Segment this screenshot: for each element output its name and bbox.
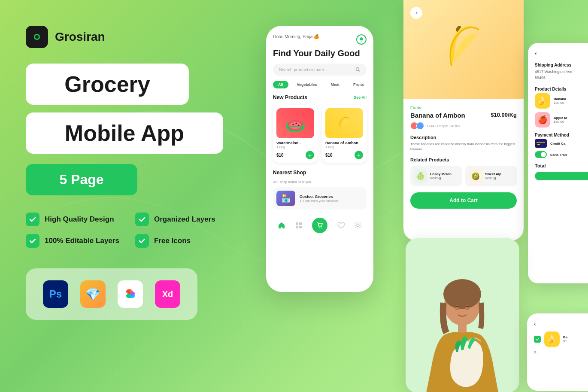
svg-point-16 [319,228,320,228]
category-tabs: All Vegetables Meat Fruits [273,81,367,88]
svg-point-2 [35,35,39,39]
honey-melon-icon: 🍈 [414,169,427,183]
check-icon-3 [26,234,39,248]
home-nav-icon[interactable] [278,222,285,229]
banana-add-button[interactable]: + [355,151,363,159]
watermelon-price: $10 [276,153,284,158]
left-section: Grosiran Grocery Mobile App 5 Page High … [26,26,232,320]
honey-melon-info: Honey Melon $20/Kg [430,172,452,180]
feature-3: 100% Editable Layers [26,234,122,248]
cat-tab-all[interactable]: All [273,81,288,88]
product-details-title: Product Details [535,87,588,91]
description-title: Description [410,135,517,140]
feature-label-3: 100% Editable Layers [45,237,119,245]
logo-row: Grosiran [26,26,232,48]
svg-rect-15 [299,226,302,228]
grid-nav-icon[interactable] [295,222,303,229]
title-mobile: Mobile App [26,112,223,154]
see-all-link[interactable]: See All [354,95,367,100]
sweet-alp-info: Sweet Alp $20/Kg [485,172,501,180]
related-title: Related Products [410,157,517,162]
title-grocery: Grocery [26,64,189,105]
checkout-back-button[interactable]: ‹ [535,50,588,57]
tools-box: Ps 💎 Xd [26,268,197,320]
feature-4: Free Icons [135,234,232,248]
search-bar[interactable]: Search product or more... [273,64,367,76]
banana-icon-bottom: 🍌 [544,331,560,347]
product-card-banana[interactable]: Banana of Ambon 1.0kg $10 + [322,105,367,163]
feature-label-1: High Quality Design [45,215,114,224]
cat-tab-meat[interactable]: Meat [326,81,345,88]
payment-credit-card: Credit Ca [535,139,588,148]
checkout-back-bottom[interactable]: ‹ [534,320,588,327]
feature-1: High Quality Design [26,213,122,226]
credit-card-label: Credit Ca [550,142,566,146]
banana-price-bottom: $1... [563,339,570,343]
banana-name: Banana of Ambon [325,141,363,145]
shipping-address-title: Shipping Address [535,63,588,67]
cat-tab-vegetables[interactable]: Vegetables [292,81,322,88]
badge-5page: 5 Page [26,164,137,195]
svg-point-10 [296,123,297,124]
total-label: Total [535,163,588,168]
check-icon-4 [135,234,149,248]
svg-rect-19 [536,140,545,146]
bank-transfer-toggle[interactable] [535,151,547,158]
detail-back-button[interactable]: ‹ [410,7,422,19]
honey-melon-price: $20/Kg [430,176,452,180]
detail-name-row: Banana of Ambon $10.00/Kg [410,112,517,119]
payment-method-title: Payment Method [535,133,588,137]
notification-icon[interactable] [356,34,367,45]
feature-label-2: Organized Layers [154,215,215,224]
shop-count: 24+ shop found near you [273,180,367,184]
checkout-item-banana-bottom: 🍌 Ba... $1... [534,331,588,347]
apple-checkout-price: $30.00 [554,120,567,124]
nearest-shop-header: Nearest Shop [273,170,367,176]
svg-rect-8 [286,126,305,127]
heart-nav-icon[interactable] [337,222,345,229]
related-card-sweet-alp[interactable]: 🥝 Sweet Alp $20/Kg [465,166,517,186]
products-grid: Watermelon... 1.0kg $10 + Banana of Ambo… [273,105,367,163]
watermelon-weight: 1.0kg [276,145,314,149]
honey-melon-name: Honey Melon [430,172,452,176]
cat-tab-fruits[interactable]: Fruits [348,81,369,88]
svg-rect-13 [299,222,302,225]
app-name: Grosiran [55,30,105,44]
add-to-cart-button[interactable]: Add to Cart [410,192,517,209]
shop-distance: 1.4 km from your location [300,199,338,203]
feature-2: Organized Layers [135,213,232,226]
search-placeholder: Search product or more... [279,67,327,72]
related-grid: 🍈 Honey Melon $20/Kg 🥝 Sweet Alp $20/Kg [410,166,517,186]
svg-point-7 [289,122,301,129]
xd-icon: Xd [155,280,180,308]
feature-label-4: Free Icons [154,237,191,245]
sweet-alp-name: Sweet Alp [485,172,501,176]
product-card-watermelon[interactable]: Watermelon... 1.0kg $10 + [273,105,318,163]
find-title: Find Your Daily Good [273,48,367,58]
checkout-product-apple: 🍎 Apple M $30.00 [535,112,588,128]
shop-name: Costco. Groceries [300,194,338,199]
svg-point-18 [357,224,359,227]
banana-checkbox[interactable] [534,336,541,343]
banana-weight: 1.0kg [325,145,363,149]
svg-rect-12 [296,222,298,225]
svg-rect-14 [296,226,298,228]
svg-point-17 [321,228,322,228]
sweet-alp-icon: 🥝 [469,169,482,183]
new-products-title: New Products [273,94,307,100]
banana-checkout-name: Banana [554,97,566,101]
watermelon-add-button[interactable]: + [306,151,314,159]
detail-likes: 1244+ People like this [410,122,517,130]
pay-button[interactable] [535,172,588,180]
banana-checkout-icon: 🍌 [535,93,550,109]
shipping-address: 4517 Washington Ave59495 [535,69,588,81]
related-card-honey-melon[interactable]: 🍈 Honey Melon $20/Kg [410,166,462,186]
shop-card[interactable]: 🏪 Costco. Groceries 1.4 km from your loc… [273,187,367,210]
detail-content: Fruits Banana of Ambon $10.00/Kg 1244+ P… [403,99,524,216]
new-products-header: New Products See All [273,94,367,100]
nearest-shop-section: Nearest Shop 24+ shop found near you 🏪 C… [273,170,367,210]
bottom-nav [273,214,367,237]
settings-nav-icon[interactable] [354,222,362,229]
bank-transfer-label: Bank Tran [550,153,567,157]
cart-nav-button[interactable] [312,218,327,233]
